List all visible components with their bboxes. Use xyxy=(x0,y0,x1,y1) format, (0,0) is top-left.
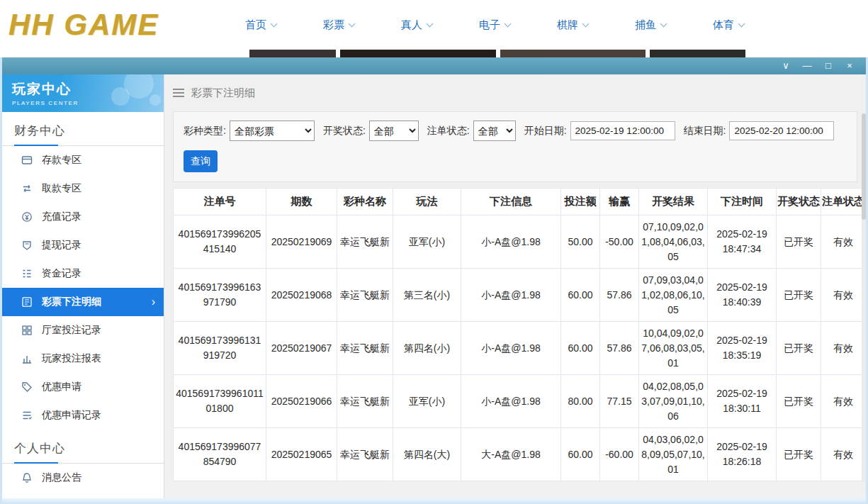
sidebar-item[interactable]: 充值记录 xyxy=(2,203,164,231)
section-title: 财务中心 xyxy=(2,112,164,146)
table-cell: 20250219067 xyxy=(266,322,337,375)
sidebar-item[interactable]: 提现记录 xyxy=(2,231,164,259)
sidebar-item-label: 充值记录 xyxy=(42,211,81,223)
banner-image-fragment xyxy=(500,50,646,57)
sidebar-item[interactable]: 优惠申请记录 xyxy=(2,401,164,430)
table-cell: 小-A盘@1.98 xyxy=(461,269,561,322)
order-status-label: 注单状态: xyxy=(427,125,470,138)
banner-image-fragment xyxy=(249,50,336,57)
banner-image-fragment xyxy=(340,50,496,57)
deposit-icon xyxy=(21,155,33,166)
table-cell: 小-A盘@1.98 xyxy=(461,215,561,269)
sidebar-item-label: 优惠申请记录 xyxy=(42,409,101,422)
nav-item[interactable]: 棋牌 xyxy=(557,18,588,32)
section-title-label: 个人中心 xyxy=(14,442,65,455)
cashout-icon xyxy=(21,240,33,251)
sidebar-item-label: 存款专区 xyxy=(42,154,81,167)
filter-panel: 彩种类型: 全部彩票 开奖状态: 全部 注单状态: 全部 开始日期: 结束日期:… xyxy=(173,111,857,182)
sidebar-item[interactable]: 取款专区 xyxy=(2,174,164,203)
table-cell: 401569173996101101800 xyxy=(174,375,266,428)
nav-item[interactable]: 真人 xyxy=(401,18,432,32)
table-cell: 2025-02-19 18:30:11 xyxy=(708,375,777,428)
draw-status-select[interactable]: 全部 xyxy=(369,121,419,141)
table-header-cell: 下注时间 xyxy=(708,189,777,215)
sidebar-item[interactable]: 存款专区 xyxy=(2,146,164,174)
window-minimize-icon[interactable]: — xyxy=(796,57,818,74)
start-date-label: 开始日期: xyxy=(524,125,567,138)
table-cell: 80.00 xyxy=(561,375,600,428)
table-cell: 10,04,09,02,07,06,08,03,05,01 xyxy=(639,322,708,375)
table-cell: 第三名(小) xyxy=(393,269,461,322)
table-cell: 幸运飞艇新 xyxy=(337,269,393,322)
table-cell: 60.00 xyxy=(561,428,600,481)
query-button[interactable]: 查询 xyxy=(184,150,218,172)
sidebar-item[interactable]: 厅室投注记录 xyxy=(2,316,164,345)
table-cell: 60.00 xyxy=(561,322,600,375)
chevron-down-icon xyxy=(427,21,434,28)
nav-item[interactable]: 体育 xyxy=(713,18,744,32)
table-row: 40156917399607785479020250219065幸运飞艇新第四名… xyxy=(174,428,866,481)
section-title-label: 财务中心 xyxy=(14,124,65,138)
draw-status-label: 开奖状态: xyxy=(323,125,366,138)
hall-bet-icon xyxy=(21,325,33,336)
page-title: 彩票下注明细 xyxy=(191,86,255,100)
sidebar-item-label: 优惠申请 xyxy=(42,381,81,393)
report-icon xyxy=(21,353,33,364)
recharge-icon xyxy=(21,211,33,223)
nav-item-label: 首页 xyxy=(245,18,266,32)
filter-row: 彩种类型: 全部彩票 开奖状态: 全部 注单状态: 全部 开始日期: 结束日期: xyxy=(184,121,847,141)
table-cell: 小-A盘@1.98 xyxy=(461,322,561,375)
sidebar-nav: 财务中心存款专区取款专区充值记录提现记录资金记录彩票下注明细›厅室投注记录玩家投… xyxy=(2,112,164,492)
chevron-down-icon xyxy=(738,21,745,28)
sidebar-item[interactable]: 玩家投注报表 xyxy=(2,345,164,373)
table-cell: 50.00 xyxy=(561,215,600,269)
start-date-input[interactable] xyxy=(570,121,675,140)
nav-item[interactable]: 首页 xyxy=(245,18,276,32)
sidebar-item[interactable]: 消息公告 xyxy=(2,464,164,492)
nav-item[interactable]: 捕鱼 xyxy=(635,18,666,32)
order-status-select[interactable]: 全部 xyxy=(473,121,516,141)
decoration-circle xyxy=(111,87,130,106)
window-close-icon[interactable]: × xyxy=(839,57,860,74)
nav-item[interactable]: 彩票 xyxy=(323,18,354,32)
table-cell: 77.15 xyxy=(600,375,639,428)
table-cell: 2025-02-19 18:47:34 xyxy=(708,215,777,269)
main-nav: 首页彩票真人电子棋牌捕鱼体育 xyxy=(245,18,744,32)
end-date-input[interactable] xyxy=(729,121,834,140)
scrollbar[interactable] xyxy=(862,113,866,482)
sidebar-header: 玩家中心 PLAYERS CENTER xyxy=(2,74,164,112)
table-cell: 20250219069 xyxy=(266,215,337,269)
lottery-type-select[interactable]: 全部彩票 xyxy=(230,121,315,141)
sidebar: 玩家中心 PLAYERS CENTER 财务中心存款专区取款专区充值记录提现记录… xyxy=(2,74,164,498)
sidebar-item[interactable]: 优惠申请 xyxy=(2,373,164,401)
sidebar-item-label: 消息公告 xyxy=(42,471,81,484)
window-collapse-icon[interactable]: ∨ xyxy=(775,57,796,74)
chevron-right-icon: › xyxy=(152,296,155,308)
sidebar-item-label: 资金记录 xyxy=(42,267,81,280)
sidebar-item[interactable]: 彩票下注明细› xyxy=(2,288,164,316)
scrollbar-thumb[interactable] xyxy=(862,113,866,220)
menu-toggle-icon[interactable] xyxy=(173,89,184,97)
table-cell: 小-A盘@1.98 xyxy=(461,375,561,428)
page-header: 彩票下注明细 xyxy=(173,74,857,111)
table-cell: 2025-02-19 18:35:19 xyxy=(708,322,777,375)
promo-record-icon xyxy=(21,410,33,421)
table-cell: 有效 xyxy=(821,375,866,428)
table-cell: 亚军(小) xyxy=(393,375,461,428)
banner-image-fragment xyxy=(650,50,745,57)
site-logo[interactable]: HH GAME xyxy=(9,8,214,42)
decoration-circle xyxy=(150,94,161,106)
sidebar-item-label: 提现记录 xyxy=(42,239,81,252)
window-maximize-icon[interactable]: □ xyxy=(818,57,839,74)
table-cell: 04,03,06,02,08,09,05,07,10,01 xyxy=(639,428,708,481)
table-header-cell: 期数 xyxy=(266,189,337,215)
table-header-cell: 注单号 xyxy=(174,189,266,215)
section-title: 个人中心 xyxy=(2,430,164,464)
table-cell: 已开奖 xyxy=(777,375,821,428)
bell-icon xyxy=(21,472,33,483)
bets-table: 注单号期数彩种名称玩法下注信息投注额输赢开奖结果下注时间开奖状态注单状态 401… xyxy=(173,188,866,481)
table-cell: 大-A盘@1.98 xyxy=(461,428,561,481)
nav-item[interactable]: 电子 xyxy=(479,18,510,32)
table-cell: 幸运飞艇新 xyxy=(337,375,393,428)
sidebar-item[interactable]: 资金记录 xyxy=(2,259,164,288)
